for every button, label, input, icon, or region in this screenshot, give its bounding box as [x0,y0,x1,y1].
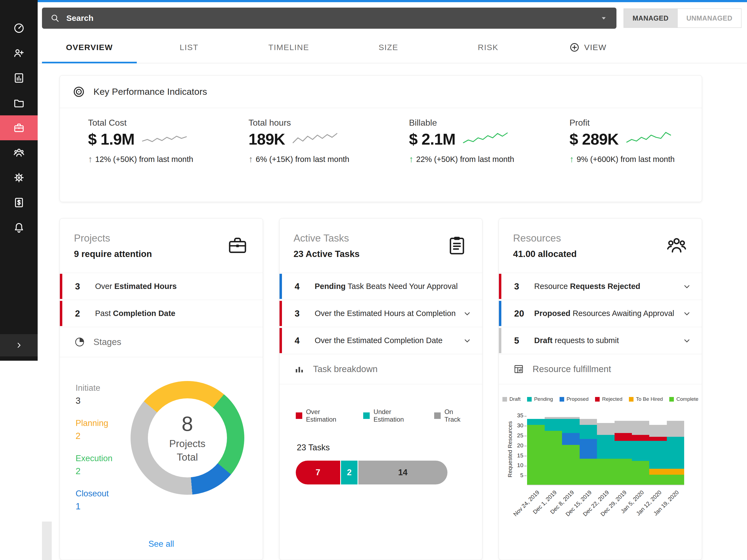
tab-add-view[interactable]: VIEW [540,32,635,63]
alert-count: 4 [295,282,315,292]
tab-risk[interactable]: RISK [441,32,536,63]
alert-text: Proposed Resources Awaiting Approval [534,309,678,318]
tab-list[interactable]: LIST [141,32,236,63]
briefcase-icon [13,122,25,134]
legend-item: Rejected [595,396,622,402]
app-window: MANAGED UNMANAGED OVERVIEW LIST TIMELINE… [0,0,747,560]
fulfillment-column [527,419,544,485]
search-bar[interactable] [42,7,616,29]
trend-up-icon: ↑ [570,154,574,164]
task-breakdown-body: Over EstimationUnder EstimationOn Track … [280,384,482,484]
fulfillment-column [667,421,684,485]
topbar: MANAGED UNMANAGED [37,2,747,32]
tab-label: LIST [180,43,198,52]
chevron-down-icon[interactable] [462,336,472,346]
chevron-down-icon[interactable] [462,309,472,319]
task-pill: 7214 [296,461,447,484]
kpi-change: ↑ 12% (+50K) from last month [88,154,221,164]
sidebar-item-dashboard[interactable] [0,16,37,41]
managed-button[interactable]: MANAGED [623,8,678,28]
kpi-change-text: 6% (+15K) from last month [256,155,350,164]
chevron-down-icon[interactable] [682,309,692,319]
kpi-value: $ 289K [570,130,619,148]
legend-swatch [629,397,634,402]
team-icon [13,147,25,159]
sidebar-item-governance[interactable] [0,165,37,190]
cards-row: Projects 9 require attention 3 Over Esti… [59,218,702,560]
sidebar-expand-button[interactable] [0,334,37,356]
trend-up-icon: ↑ [409,154,414,164]
see-all-link[interactable]: See all [60,539,263,549]
kpi-total-hours: Total hours 189K ↑ 6% (+15K) from last m… [221,118,381,164]
bar-chart-icon [293,364,305,375]
tab-size[interactable]: SIZE [341,32,436,63]
donut-total: 8 [182,412,193,435]
resource-fulfillment-body: DraftPendingProposedRejectedTo Be HiredC… [499,384,702,560]
sidebar-item-resources[interactable] [0,140,37,165]
tab-timeline[interactable]: TIMELINE [241,32,336,63]
resource-alert-row[interactable]: 3 Resource Requests Rejected [499,273,702,300]
team-icon [666,234,688,257]
chevron-down-icon[interactable] [682,336,692,346]
tab-label: RISK [478,43,498,52]
alert-count: 3 [75,282,95,292]
alert-color-bar [280,328,282,353]
task-breakdown-header: Task breakdown [280,354,482,384]
folder-icon [13,97,25,109]
sparkline [141,130,187,148]
section-title: Task breakdown [313,364,378,374]
alert-color-bar [280,301,282,326]
fulfillment-chart: Requested Resources 3530252015105 Nov 24… [506,414,695,520]
project-alert-row[interactable]: 3 Over Estimated Hours [60,273,263,300]
kpi-value: $ 1.9M [88,130,134,148]
sidebar-item-people[interactable] [0,41,37,65]
invoice-icon [13,196,25,209]
sidebar-item-folders[interactable] [0,90,37,115]
vertical-scrollbar[interactable] [42,522,52,560]
bell-icon [13,221,25,234]
kpi-profit: Profit $ 289K ↑ 9% (+600K) from last mon… [541,118,702,164]
resources-card: Resources 41.00 allocated 3 Resource Req… [499,218,702,560]
alert-color-bar [499,274,501,299]
stages-legend: Initiate3Planning2Execution2Closeout1 [76,375,131,560]
task-total-label: 23 Tasks [293,443,468,453]
dropdown-caret-icon[interactable] [599,14,608,23]
tasks-subtitle: 23 Active Tasks [293,249,360,259]
task-alert-row[interactable]: 4 Over the Estimated Completion Date [280,327,482,354]
project-alert-row[interactable]: 2 Past Completion Date [60,300,263,327]
kpi-total-cost: Total Cost $ 1.9M ↑ 12% (+50K) from last… [60,118,221,164]
unmanaged-button[interactable]: UNMANAGED [678,8,742,28]
task-alert-row[interactable]: 4 Pending Task Beats Need Your Approval [280,273,482,300]
sidebar-item-reports[interactable] [0,65,37,90]
legend-item: Pending [527,396,553,402]
alert-text: Draft requests to submit [534,336,623,345]
briefcase-icon [226,234,249,257]
kpi-billable: Billable $ 2.1M ↑ 22% (+50K) from last m… [381,118,541,164]
legend-item: Under Estimation [363,408,419,423]
tasks-title: Active Tasks [293,233,360,244]
sidebar-item-notifications[interactable] [0,215,37,240]
chevron-right-icon [15,341,24,350]
fulfillment-column [649,425,667,485]
stage-legend-item: Planning2 [76,418,131,441]
sparkline [292,130,338,148]
sidebar-item-projects[interactable] [0,115,37,140]
tab-overview[interactable]: OVERVIEW [42,32,137,63]
resource-alert-row[interactable]: 20 Proposed Resources Awaiting Approval [499,300,702,327]
task-pill-segment: 14 [358,461,447,484]
tab-label: VIEW [584,43,607,52]
active-tasks-card: Active Tasks 23 Active Tasks 4 Pending T… [279,218,483,560]
fulfillment-yaxis: 3530252015105 [514,414,527,485]
search-input[interactable] [66,14,593,23]
alert-color-bar [280,274,282,299]
section-title: Stages [94,337,121,347]
task-alert-row[interactable]: 3 Over the Estimated Hours at Completion [280,300,482,327]
alert-count: 4 [295,336,315,346]
chevron-down-icon[interactable] [682,282,692,292]
trend-up-icon: ↑ [88,154,93,164]
sidebar-item-billing[interactable] [0,190,37,215]
tab-label: OVERVIEW [66,43,113,52]
kpi-change: ↑ 22% (+50K) from last month [409,154,541,164]
sidebar [0,0,37,560]
resource-alert-row[interactable]: 5 Draft requests to submit [499,327,702,354]
